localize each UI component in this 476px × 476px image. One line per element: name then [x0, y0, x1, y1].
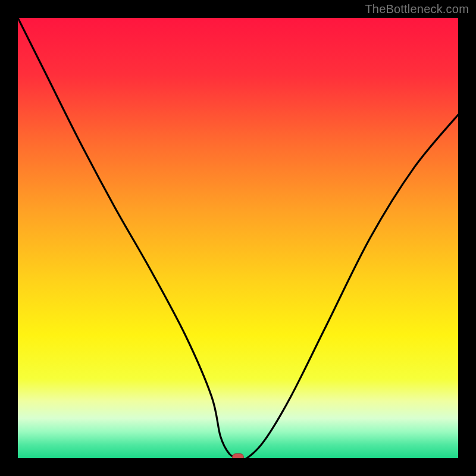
trough-marker	[232, 453, 244, 458]
chart-frame: TheBottleneck.com	[0, 0, 476, 476]
bottleneck-curve	[18, 18, 458, 458]
watermark-text: TheBottleneck.com	[365, 2, 469, 16]
plot-area	[18, 18, 458, 458]
